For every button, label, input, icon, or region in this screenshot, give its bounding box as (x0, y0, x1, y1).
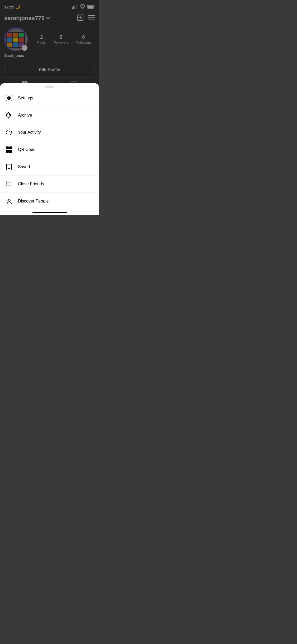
svg-point-36 (8, 97, 10, 99)
activity-label: Your Activity (18, 130, 41, 135)
svg-rect-45 (10, 150, 10, 151)
menu-item-activity[interactable]: Your Activity (0, 124, 99, 141)
svg-rect-44 (7, 151, 8, 152)
bookmark-icon (5, 163, 13, 171)
qr-code-icon (5, 146, 13, 153)
svg-rect-42 (7, 147, 8, 149)
discover-people-icon (5, 197, 13, 205)
saved-label: Saved (18, 164, 30, 169)
archive-icon (5, 112, 13, 119)
qr-code-label: QR Code (18, 147, 36, 152)
discover-people-label: Discover People (18, 199, 49, 204)
menu-item-archive[interactable]: Archive (0, 107, 99, 124)
activity-icon (5, 129, 13, 136)
svg-rect-48 (11, 151, 12, 153)
home-indicator (0, 210, 99, 215)
settings-label: Settings (18, 96, 33, 100)
svg-rect-43 (10, 147, 11, 149)
sheet-menu: Settings Archive (0, 90, 99, 210)
sheet-handle-area (0, 83, 99, 90)
svg-rect-46 (11, 150, 12, 151)
svg-rect-47 (10, 151, 11, 153)
menu-item-settings[interactable]: Settings (0, 90, 99, 107)
close-friends-label: Close Friends (18, 182, 44, 186)
archive-label: Archive (18, 113, 32, 118)
menu-item-close-friends[interactable]: Close Friends (0, 176, 99, 193)
sheet-handle (45, 86, 54, 88)
svg-point-52 (8, 199, 10, 201)
settings-icon (5, 94, 13, 102)
menu-item-saved[interactable]: Saved (0, 158, 99, 176)
menu-item-qr-code[interactable]: QR Code (0, 141, 99, 158)
menu-item-discover-people[interactable]: Discover People (0, 193, 99, 210)
close-friends-icon (5, 180, 13, 188)
bottom-sheet: Settings Archive (0, 83, 99, 215)
home-bar (32, 212, 67, 213)
